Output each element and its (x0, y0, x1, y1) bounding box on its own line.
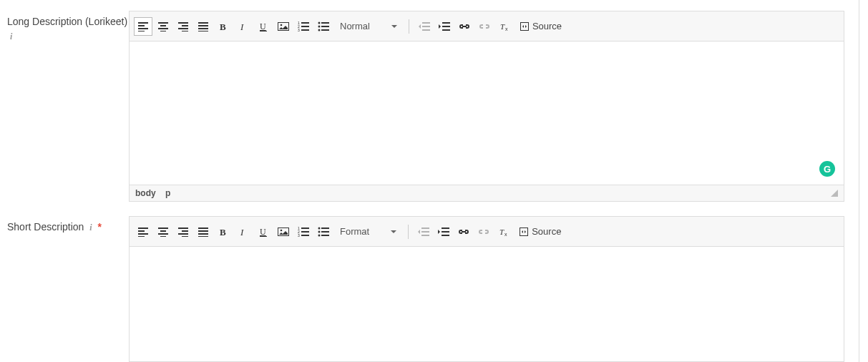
svg-text:B: B (220, 21, 226, 31)
right-divider (859, 0, 859, 362)
path-element-body[interactable]: body (135, 188, 156, 198)
unlink-button[interactable] (474, 222, 493, 241)
indent-button[interactable] (435, 17, 454, 36)
align-center-button[interactable] (154, 17, 172, 36)
svg-point-4 (281, 24, 283, 26)
long-description-row: Long Description (Lorikeet) i (7, 11, 868, 202)
svg-text:T: T (499, 228, 504, 236)
bold-button[interactable]: B (214, 17, 233, 36)
link-button[interactable] (455, 17, 474, 36)
svg-text:3: 3 (298, 233, 300, 237)
format-dropdown-label: Normal (340, 21, 370, 31)
numbered-list-button[interactable]: 123 (294, 17, 313, 36)
short-description-content[interactable] (130, 247, 844, 361)
svg-text:I: I (240, 227, 244, 237)
align-justify-button[interactable] (194, 17, 213, 36)
numbered-list-button[interactable]: 123 (294, 222, 313, 241)
source-icon (519, 227, 529, 237)
source-button-label: Source (532, 226, 561, 237)
svg-text:B: B (220, 227, 226, 237)
image-button[interactable] (274, 222, 293, 241)
svg-text:U: U (260, 227, 266, 237)
svg-text:U: U (260, 21, 266, 31)
remove-format-button[interactable]: Tx (495, 17, 514, 36)
align-left-button[interactable] (134, 222, 152, 241)
italic-button[interactable]: I (234, 17, 253, 36)
svg-text:T: T (500, 22, 505, 31)
align-left-button[interactable] (134, 17, 152, 36)
svg-text:3: 3 (298, 28, 300, 31)
bold-button[interactable]: B (214, 222, 233, 241)
outdent-button[interactable] (415, 17, 434, 36)
svg-rect-27 (520, 228, 528, 235)
grammarly-icon[interactable]: G (819, 161, 835, 177)
svg-point-9 (318, 25, 321, 27)
chevron-down-icon (391, 230, 396, 233)
format-dropdown-label: Format (340, 226, 369, 237)
svg-text:I: I (240, 21, 244, 31)
remove-format-button[interactable]: Tx (494, 222, 513, 241)
format-dropdown[interactable]: Normal (334, 17, 403, 36)
indent-button[interactable] (434, 222, 453, 241)
svg-rect-13 (520, 22, 528, 30)
long-desc-path-bar: body p (130, 185, 844, 201)
info-icon[interactable]: i (89, 222, 92, 234)
bullet-list-button[interactable] (314, 222, 333, 241)
svg-text:x: x (504, 232, 507, 237)
chevron-down-icon (391, 25, 397, 28)
info-icon[interactable]: i (10, 31, 12, 43)
underline-button[interactable]: U (254, 222, 273, 241)
svg-point-8 (318, 21, 321, 24)
svg-point-23 (318, 230, 321, 233)
source-button[interactable]: Source (515, 17, 566, 36)
align-right-button[interactable] (174, 222, 192, 241)
link-button[interactable] (454, 222, 473, 241)
align-justify-button[interactable] (194, 222, 213, 241)
align-right-button[interactable] (174, 17, 192, 36)
outdent-button[interactable] (414, 222, 433, 241)
toolbar-separator (409, 19, 409, 34)
short-description-editor: B I U 123 (129, 216, 844, 362)
long-description-content[interactable] (130, 41, 844, 185)
short-description-label-col: Short Description i * (7, 216, 129, 235)
align-center-button[interactable] (154, 222, 172, 241)
long-description-label-col: Long Description (Lorikeet) i (7, 11, 129, 43)
long-description-label: Long Description (Lorikeet) (7, 16, 127, 27)
svg-point-18 (281, 229, 283, 231)
svg-text:x: x (505, 26, 508, 31)
source-button-label: Source (532, 21, 562, 31)
svg-point-10 (318, 29, 321, 31)
unlink-button[interactable] (475, 17, 494, 36)
short-description-row: Short Description i * (7, 216, 868, 362)
source-icon (520, 21, 530, 31)
format-dropdown[interactable]: Format (334, 222, 402, 241)
long-desc-toolbar: B I U 123 (130, 11, 844, 41)
svg-point-24 (318, 234, 321, 236)
resize-handle[interactable] (831, 190, 838, 197)
source-button[interactable]: Source (515, 222, 565, 241)
image-button[interactable] (274, 17, 293, 36)
long-description-editor: B I U 123 (129, 11, 844, 202)
underline-button[interactable]: U (254, 17, 273, 36)
toolbar-separator (408, 225, 409, 239)
svg-point-22 (318, 227, 321, 229)
bullet-list-button[interactable] (314, 17, 333, 36)
italic-button[interactable]: I (234, 222, 253, 241)
path-element-p[interactable]: p (165, 188, 170, 198)
short-description-label: Short Description (7, 221, 84, 233)
short-desc-toolbar: B I U 123 (130, 217, 844, 247)
required-indicator: * (98, 221, 102, 233)
